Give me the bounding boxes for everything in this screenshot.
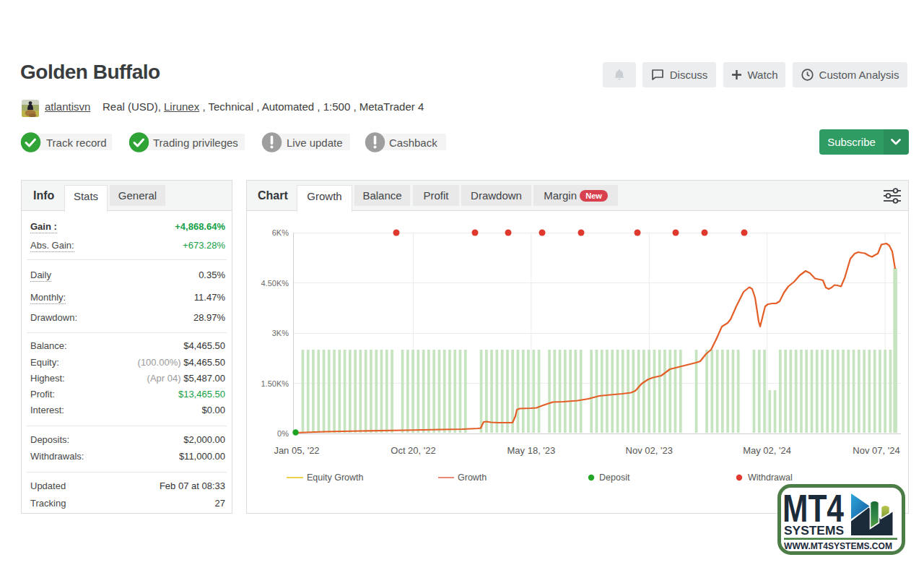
svg-text:Equity Growth: Equity Growth: [307, 473, 364, 483]
svg-text:Oct 20, '22: Oct 20, '22: [391, 445, 435, 456]
svg-text:SYSTEMS: SYSTEMS: [784, 524, 844, 538]
svg-text:WWW.MT4SYSTEMS.COM: WWW.MT4SYSTEMS.COM: [784, 540, 892, 551]
svg-text:May 02, '24: May 02, '24: [743, 445, 791, 456]
svg-text:Growth: Growth: [458, 473, 487, 483]
svg-text:0%: 0%: [277, 429, 289, 438]
svg-text:1.50K%: 1.50K%: [261, 379, 289, 388]
svg-text:Jan 05, '22: Jan 05, '22: [274, 445, 319, 456]
svg-text:4.50K%: 4.50K%: [261, 279, 289, 288]
svg-text:Deposit: Deposit: [599, 473, 630, 483]
svg-text:6K%: 6K%: [272, 228, 289, 237]
svg-text:May 18, '23: May 18, '23: [507, 445, 556, 456]
svg-text:Nov 07, '24: Nov 07, '24: [853, 445, 899, 456]
svg-text:Withdrawal: Withdrawal: [748, 473, 793, 483]
svg-text:Nov 02, '23: Nov 02, '23: [626, 445, 673, 456]
svg-text:3K%: 3K%: [272, 329, 289, 337]
